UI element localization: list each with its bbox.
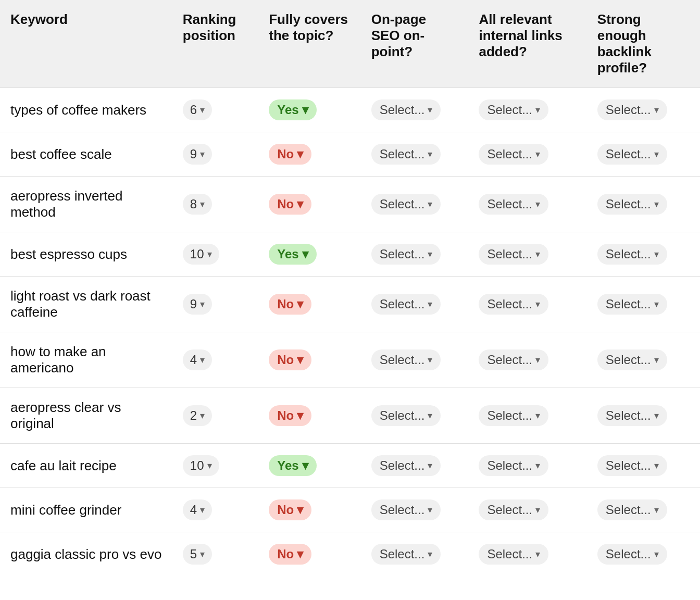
chevron-icon: ▾ <box>428 460 432 471</box>
cell-keyword: mini coffee grinder <box>0 488 172 532</box>
backlink-dropdown[interactable]: Select...▾ <box>597 99 667 120</box>
onpage-dropdown[interactable]: Select...▾ <box>371 544 441 565</box>
fully-dropdown[interactable]: No▾ <box>269 144 311 165</box>
cell-ranking: 5▾ <box>172 532 258 577</box>
cell-ranking: 9▾ <box>172 132 258 177</box>
cell-backlink: Select...▾ <box>587 277 700 332</box>
chevron-icon: ▾ <box>302 103 308 117</box>
ranking-value: 6 <box>190 103 197 117</box>
select-label: Select... <box>380 297 425 311</box>
cell-backlink: Select...▾ <box>587 388 700 444</box>
fully-dropdown[interactable]: Yes▾ <box>269 244 316 265</box>
table-row: best espresso cups10▾Yes▾Select...▾Selec… <box>0 232 700 277</box>
select-label: Select... <box>606 247 651 261</box>
chevron-icon: ▾ <box>200 548 205 560</box>
cell-backlink: Select...▾ <box>587 88 700 132</box>
fully-dropdown[interactable]: No▾ <box>269 194 311 215</box>
internal-dropdown[interactable]: Select...▾ <box>479 194 548 215</box>
cell-backlink: Select...▾ <box>587 444 700 488</box>
ranking-dropdown[interactable]: 4▾ <box>183 499 212 520</box>
backlink-dropdown[interactable]: Select...▾ <box>597 499 667 520</box>
ranking-dropdown[interactable]: 6▾ <box>183 99 212 120</box>
cell-fully: No▾ <box>258 488 360 532</box>
internal-dropdown[interactable]: Select...▾ <box>479 405 548 426</box>
header-backlink: Strong enough backlink profile? <box>587 0 700 88</box>
chevron-icon: ▾ <box>535 104 540 116</box>
ranking-dropdown[interactable]: 9▾ <box>183 144 212 165</box>
select-label: Select... <box>380 458 425 473</box>
onpage-dropdown[interactable]: Select...▾ <box>371 244 441 265</box>
fully-dropdown[interactable]: Yes▾ <box>269 99 316 120</box>
cell-fully: No▾ <box>258 532 360 577</box>
ranking-dropdown[interactable]: 5▾ <box>183 544 212 565</box>
select-label: Select... <box>380 247 425 261</box>
select-label: Select... <box>606 197 651 211</box>
chevron-icon: ▾ <box>200 504 205 516</box>
ranking-dropdown[interactable]: 10▾ <box>183 455 219 476</box>
ranking-dropdown[interactable]: 2▾ <box>183 405 212 426</box>
backlink-dropdown[interactable]: Select...▾ <box>597 349 667 370</box>
chevron-icon: ▾ <box>428 548 432 560</box>
onpage-dropdown[interactable]: Select...▾ <box>371 99 441 120</box>
backlink-dropdown[interactable]: Select...▾ <box>597 194 667 215</box>
header-internal: All relevant internal links added? <box>468 0 586 88</box>
internal-dropdown[interactable]: Select...▾ <box>479 455 548 476</box>
fully-dropdown[interactable]: No▾ <box>269 405 311 426</box>
backlink-dropdown[interactable]: Select...▾ <box>597 244 667 265</box>
chevron-icon: ▾ <box>297 147 303 161</box>
backlink-dropdown[interactable]: Select...▾ <box>597 144 667 165</box>
select-label: Select... <box>606 147 651 161</box>
backlink-dropdown[interactable]: Select...▾ <box>597 405 667 426</box>
table-row: light roast vs dark roast caffeine9▾No▾S… <box>0 277 700 332</box>
select-label: Select... <box>487 197 532 211</box>
onpage-dropdown[interactable]: Select...▾ <box>371 455 441 476</box>
header-fully: Fully covers the topic? <box>258 0 360 88</box>
fully-dropdown[interactable]: No▾ <box>269 499 311 520</box>
select-label: Select... <box>487 547 532 561</box>
onpage-dropdown[interactable]: Select...▾ <box>371 499 441 520</box>
chevron-icon: ▾ <box>654 148 659 160</box>
internal-dropdown[interactable]: Select...▾ <box>479 144 548 165</box>
chevron-icon: ▾ <box>302 458 308 473</box>
fully-value: No <box>277 547 294 561</box>
cell-keyword: best coffee scale <box>0 132 172 177</box>
internal-dropdown[interactable]: Select...▾ <box>479 544 548 565</box>
chevron-icon: ▾ <box>535 198 540 210</box>
fully-dropdown[interactable]: No▾ <box>269 294 311 315</box>
onpage-dropdown[interactable]: Select...▾ <box>371 194 441 215</box>
internal-dropdown[interactable]: Select...▾ <box>479 99 548 120</box>
select-label: Select... <box>487 297 532 311</box>
cell-onpage: Select...▾ <box>361 388 469 444</box>
chevron-icon: ▾ <box>297 197 303 211</box>
internal-dropdown[interactable]: Select...▾ <box>479 244 548 265</box>
ranking-dropdown[interactable]: 4▾ <box>183 349 212 370</box>
ranking-dropdown[interactable]: 10▾ <box>183 244 219 265</box>
header-keyword: Keyword <box>0 0 172 88</box>
internal-dropdown[interactable]: Select...▾ <box>479 349 548 370</box>
internal-dropdown[interactable]: Select...▾ <box>479 499 548 520</box>
cell-fully: Yes▾ <box>258 444 360 488</box>
backlink-dropdown[interactable]: Select...▾ <box>597 544 667 565</box>
ranking-dropdown[interactable]: 8▾ <box>183 194 212 215</box>
fully-dropdown[interactable]: No▾ <box>269 349 311 370</box>
chevron-icon: ▾ <box>200 410 205 421</box>
table-row: types of coffee makers6▾Yes▾Select...▾Se… <box>0 88 700 132</box>
internal-dropdown[interactable]: Select...▾ <box>479 294 548 315</box>
ranking-dropdown[interactable]: 9▾ <box>183 294 212 315</box>
cell-fully: Yes▾ <box>258 232 360 277</box>
onpage-dropdown[interactable]: Select...▾ <box>371 349 441 370</box>
cell-internal: Select...▾ <box>468 532 586 577</box>
fully-dropdown[interactable]: Yes▾ <box>269 455 316 476</box>
onpage-dropdown[interactable]: Select...▾ <box>371 144 441 165</box>
chevron-icon: ▾ <box>535 504 540 516</box>
fully-dropdown[interactable]: No▾ <box>269 544 311 565</box>
backlink-dropdown[interactable]: Select...▾ <box>597 294 667 315</box>
onpage-dropdown[interactable]: Select...▾ <box>371 405 441 426</box>
chevron-icon: ▾ <box>535 298 540 310</box>
backlink-dropdown[interactable]: Select...▾ <box>597 455 667 476</box>
fully-value: Yes <box>277 247 298 261</box>
table-row: cafe au lait recipe10▾Yes▾Select...▾Sele… <box>0 444 700 488</box>
header-ranking: Ranking position <box>172 0 258 88</box>
cell-ranking: 9▾ <box>172 277 258 332</box>
onpage-dropdown[interactable]: Select...▾ <box>371 294 441 315</box>
